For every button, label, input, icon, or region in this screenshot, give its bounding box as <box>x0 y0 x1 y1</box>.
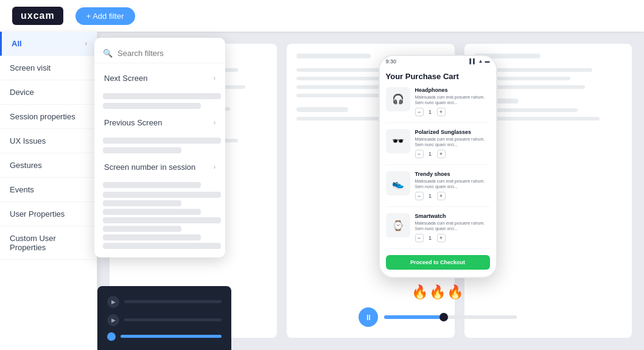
cart-item-controls: − 1 + <box>415 192 490 200</box>
skeleton-line <box>103 147 181 153</box>
cart-item-details: Polarized Sunglasses Malesuada cum erat … <box>415 129 490 158</box>
progress-dot <box>107 332 116 341</box>
cart-item-headphones: 🎧 Headphones Malesuada cum erat posuere … <box>386 87 490 123</box>
qty-value: 1 <box>426 109 435 115</box>
sidebar-item-ux-issues[interactable]: UX Issues <box>0 129 97 153</box>
skeleton-line <box>103 209 201 215</box>
chevron-right-icon: › <box>214 75 215 82</box>
cart-item-image: 🎧 <box>386 87 410 111</box>
chevron-right-icon: › <box>214 119 215 126</box>
chevron-right-icon: › <box>214 164 215 170</box>
skeleton-line <box>103 200 181 206</box>
dropdown-item-next-screen[interactable]: Next Screen › <box>94 67 225 89</box>
dropdown-item-next-screen-label: Next Screen <box>104 74 148 83</box>
cart-item-name: Trendy shoes <box>415 171 490 177</box>
cart-item-controls: − 1 + <box>415 150 490 158</box>
skeleton-line <box>103 138 221 144</box>
progress-handle[interactable] <box>439 313 448 321</box>
cart-item-image: 👟 <box>386 171 410 195</box>
bottom-skeleton-line <box>124 318 222 321</box>
sidebar-item-all-label: All <box>12 39 22 48</box>
sidebar-item-custom-user-properties[interactable]: Custom User Properties <box>0 226 97 260</box>
phone-area: 9:30 ▌▌ ▲ ▬ Your Purchase Cart 🎧 Headpho… <box>231 32 644 350</box>
sidebar-item-ux-issues-label: UX Issues <box>10 136 46 145</box>
sidebar-item-events-label: Events <box>10 185 34 194</box>
sidebar-item-device[interactable]: Device <box>0 80 97 105</box>
sidebar-item-screen-visit-label: Screen visit <box>10 63 51 72</box>
sidebar-item-screen-visit[interactable]: Screen visit <box>0 56 97 80</box>
qty-decrease-button[interactable]: − <box>415 150 424 158</box>
filter-dropdown: 🔍 Next Screen › Previous Screen › Screen… <box>94 38 225 257</box>
cart-item-name: Headphones <box>415 87 490 93</box>
cart-item-desc: Malesuada cum erat posuere rutrum. Sem n… <box>415 220 490 231</box>
cart-item-name: Smartwatch <box>415 213 490 219</box>
bottom-panel: ▶ ▶ <box>97 286 231 350</box>
wifi-icon: ▲ <box>478 58 483 64</box>
cart-item-desc: Malesuada cum erat posuere rutrum. Sem n… <box>415 94 490 105</box>
bottom-progress-line <box>121 335 222 338</box>
bottom-controls-row-3 <box>107 332 222 341</box>
phone-content: Your Purchase Cart 🎧 Headphones Malesuad… <box>380 67 496 278</box>
logo: uxcam <box>12 7 63 25</box>
cart-item-details: Smartwatch Malesuada cum erat posuere ru… <box>415 213 490 242</box>
skeleton-line <box>103 93 221 99</box>
sidebar-item-custom-user-properties-label: Custom User Properties <box>10 234 87 252</box>
filter-panel: All › Screen visit Device Session proper… <box>0 32 97 350</box>
search-icon: 🔍 <box>103 49 113 58</box>
sidebar-item-all[interactable]: All › <box>0 32 97 56</box>
qty-increase-button[interactable]: + <box>437 234 446 242</box>
qty-decrease-button[interactable]: − <box>415 234 424 242</box>
qty-value: 1 <box>426 151 435 157</box>
cart-item-image: 🕶️ <box>386 129 410 153</box>
search-input[interactable] <box>117 49 217 58</box>
sidebar-item-user-properties-label: User Properties <box>10 209 65 219</box>
search-bar: 🔍 <box>94 44 225 63</box>
qty-decrease-button[interactable]: − <box>415 192 424 200</box>
qty-decrease-button[interactable]: − <box>415 108 424 116</box>
phone-status-bar: 9:30 ▌▌ ▲ ▬ <box>380 56 496 67</box>
bottom-skeleton-line <box>124 300 222 303</box>
cart-item-name: Polarized Sunglasses <box>415 129 490 135</box>
battery-icon: ▬ <box>485 58 490 64</box>
sidebar-item-gestures-label: Gestures <box>10 161 42 170</box>
skeleton-line <box>103 234 201 240</box>
skeleton-line <box>103 226 181 232</box>
skeleton-line <box>103 192 221 198</box>
progress-bar-fill <box>384 315 444 319</box>
phone-cart-title: Your Purchase Cart <box>386 72 490 81</box>
cart-item-desc: Malesuada cum erat posuere rutrum. Sem n… <box>415 178 490 189</box>
qty-increase-button[interactable]: + <box>437 108 446 116</box>
sidebar-item-device-label: Device <box>10 88 34 97</box>
cart-item-sunglasses: 🕶️ Polarized Sunglasses Malesuada cum er… <box>386 129 490 165</box>
bottom-controls-row-2: ▶ <box>107 314 222 326</box>
pause-button[interactable]: ⏸ <box>359 307 378 327</box>
add-filter-button[interactable]: + Add filter <box>75 7 135 25</box>
dropdown-item-previous-screen[interactable]: Previous Screen › <box>94 111 225 134</box>
sidebar-item-session-properties-label: Session properties <box>10 112 75 121</box>
sidebar-item-user-properties[interactable]: User Properties <box>0 202 97 226</box>
dropdown-item-screen-number-label: Screen number in session <box>104 163 195 172</box>
skeleton-line <box>103 182 201 188</box>
dropdown-item-screen-number[interactable]: Screen number in session › <box>94 156 225 178</box>
top-bar: uxcam + Add filter <box>0 0 644 32</box>
checkout-button[interactable]: Proceed to Checkout <box>386 255 490 270</box>
signal-icon: ▌▌ <box>469 58 476 64</box>
qty-increase-button[interactable]: + <box>437 150 446 158</box>
prev-button[interactable]: ▶ <box>107 296 119 308</box>
cart-item-details: Headphones Malesuada cum erat posuere ru… <box>415 87 490 116</box>
skeleton-line <box>103 243 221 249</box>
chevron-right-icon: › <box>85 40 87 47</box>
sidebar-item-session-properties[interactable]: Session properties <box>0 105 97 129</box>
skeleton-line <box>103 217 221 223</box>
qty-value: 1 <box>426 235 435 241</box>
cart-item-smartwatch: ⌚ Smartwatch Malesuada cum erat posuere … <box>386 213 490 249</box>
progress-bar[interactable] <box>384 315 517 319</box>
dropdown-item-previous-screen-label: Previous Screen <box>104 118 162 127</box>
sidebar-item-gestures[interactable]: Gestures <box>0 153 97 178</box>
status-icons: ▌▌ ▲ ▬ <box>469 58 489 64</box>
next-button[interactable]: ▶ <box>107 314 119 326</box>
qty-increase-button[interactable]: + <box>437 192 446 200</box>
phone-time: 9:30 <box>386 58 397 65</box>
sidebar-item-events[interactable]: Events <box>0 178 97 202</box>
cart-item-controls: − 1 + <box>415 234 490 242</box>
